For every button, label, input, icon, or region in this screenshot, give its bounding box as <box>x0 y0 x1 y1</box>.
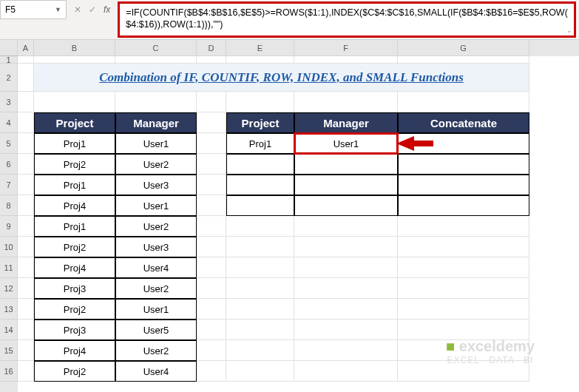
cell-E15[interactable] <box>226 340 294 361</box>
row-header-4[interactable]: 4 <box>0 112 18 133</box>
cell-G3[interactable] <box>398 92 529 112</box>
cell-D1[interactable] <box>197 56 226 64</box>
cell-A4[interactable] <box>18 112 34 133</box>
cell-E3[interactable] <box>226 92 294 112</box>
grid-body[interactable]: Combination of IF, COUNTIF, ROW, INDEX, … <box>18 56 579 382</box>
cell-F15[interactable] <box>294 340 398 361</box>
cell-D4[interactable] <box>197 112 226 133</box>
right-cell-2-2[interactable] <box>398 175 529 195</box>
cell-G9[interactable] <box>398 216 529 237</box>
right-cell-1-0[interactable] <box>226 154 294 175</box>
cell-E16[interactable] <box>226 361 294 382</box>
row-header-13[interactable]: 13 <box>0 299 18 320</box>
left-cell-0-0[interactable]: Proj1 <box>34 133 115 154</box>
cell-E10[interactable] <box>226 237 294 257</box>
left-cell-8-0[interactable]: Proj2 <box>34 299 115 320</box>
cell-E1[interactable] <box>226 56 294 64</box>
left-cell-8-1[interactable]: User1 <box>115 299 197 320</box>
cell-A1[interactable] <box>18 56 34 64</box>
cell-A13[interactable] <box>18 299 34 320</box>
expand-formula-icon[interactable]: ⌄ <box>566 27 572 34</box>
left-cell-5-0[interactable]: Proj2 <box>34 237 115 257</box>
right-cell-2-0[interactable] <box>226 175 294 195</box>
col-header-D[interactable]: D <box>197 40 226 56</box>
select-all-corner[interactable] <box>0 40 18 56</box>
row-header-2[interactable]: 2 <box>0 64 18 92</box>
accept-icon[interactable]: ✓ <box>89 4 96 15</box>
cell-D16[interactable] <box>197 361 226 382</box>
col-header-B[interactable]: B <box>34 40 115 56</box>
cell-F9[interactable] <box>294 216 398 237</box>
cell-E13[interactable] <box>226 299 294 320</box>
cell-E14[interactable] <box>226 320 294 340</box>
left-cell-10-1[interactable]: User2 <box>115 340 197 361</box>
cancel-icon[interactable]: ✕ <box>74 4 81 15</box>
col-header-G[interactable]: G <box>398 40 529 56</box>
cell-B3[interactable] <box>34 92 115 112</box>
left-cell-0-1[interactable]: User1 <box>115 133 197 154</box>
chevron-down-icon[interactable]: ▼ <box>55 6 61 13</box>
cell-A12[interactable] <box>18 278 34 299</box>
left-cell-6-0[interactable]: Proj4 <box>34 257 115 278</box>
cell-D15[interactable] <box>197 340 226 361</box>
cell-D14[interactable] <box>197 320 226 340</box>
cell-A7[interactable] <box>18 175 34 195</box>
cell-F16[interactable] <box>294 361 398 382</box>
row-header-9[interactable]: 9 <box>0 216 18 237</box>
cell-G13[interactable] <box>398 299 529 320</box>
cell-E11[interactable] <box>226 257 294 278</box>
row-header-7[interactable]: 7 <box>0 175 18 195</box>
cell-A16[interactable] <box>18 361 34 382</box>
row-header-6[interactable]: 6 <box>0 154 18 175</box>
left-cell-7-1[interactable]: User2 <box>115 278 197 299</box>
cell-B1[interactable] <box>34 56 115 64</box>
left-cell-3-1[interactable]: User1 <box>115 195 197 216</box>
left-cell-9-0[interactable]: Proj3 <box>34 320 115 340</box>
col-header-C[interactable]: C <box>115 40 197 56</box>
row-header-5[interactable]: 5 <box>0 133 18 154</box>
left-cell-1-0[interactable]: Proj2 <box>34 154 115 175</box>
row-header-16[interactable]: 16 <box>0 361 18 382</box>
left-cell-9-1[interactable]: User5 <box>115 320 197 340</box>
right-cell-0-0[interactable]: Proj1 <box>226 133 294 154</box>
name-box[interactable]: F5 ▼ <box>0 0 67 19</box>
formula-bar[interactable] <box>120 4 574 36</box>
row-header-14[interactable]: 14 <box>0 320 18 340</box>
cell-D10[interactable] <box>197 237 226 257</box>
right-cell-1-2[interactable] <box>398 154 529 175</box>
cell-A11[interactable] <box>18 257 34 278</box>
left-cell-1-1[interactable]: User2 <box>115 154 197 175</box>
cell-D6[interactable] <box>197 154 226 175</box>
cell-F3[interactable] <box>294 92 398 112</box>
cell-A6[interactable] <box>18 154 34 175</box>
cell-G12[interactable] <box>398 278 529 299</box>
row-header-8[interactable]: 8 <box>0 195 18 216</box>
left-cell-2-1[interactable]: User3 <box>115 175 197 195</box>
cell-F13[interactable] <box>294 299 398 320</box>
cell-A9[interactable] <box>18 216 34 237</box>
cell-D5[interactable] <box>197 133 226 154</box>
cell-A5[interactable] <box>18 133 34 154</box>
left-cell-3-0[interactable]: Proj4 <box>34 195 115 216</box>
cell-D3[interactable] <box>197 92 226 112</box>
cell-A8[interactable] <box>18 195 34 216</box>
left-cell-4-1[interactable]: User2 <box>115 216 197 237</box>
col-header-A[interactable]: A <box>18 40 34 56</box>
cell-F14[interactable] <box>294 320 398 340</box>
cell-F1[interactable] <box>294 56 398 64</box>
left-cell-11-1[interactable]: User4 <box>115 361 197 382</box>
cell-A3[interactable] <box>18 92 34 112</box>
right-cell-2-1[interactable] <box>294 175 398 195</box>
row-header-1[interactable]: 1 <box>0 56 18 64</box>
cell-D8[interactable] <box>197 195 226 216</box>
cell-G1[interactable] <box>398 56 529 64</box>
right-cell-3-0[interactable] <box>226 195 294 216</box>
left-cell-2-0[interactable]: Proj1 <box>34 175 115 195</box>
row-header-12[interactable]: 12 <box>0 278 18 299</box>
right-cell-0-1[interactable]: User1 <box>294 133 398 154</box>
cell-A14[interactable] <box>18 320 34 340</box>
left-cell-11-0[interactable]: Proj2 <box>34 361 115 382</box>
right-cell-1-1[interactable] <box>294 154 398 175</box>
right-cell-3-1[interactable] <box>294 195 398 216</box>
cell-C3[interactable] <box>115 92 197 112</box>
